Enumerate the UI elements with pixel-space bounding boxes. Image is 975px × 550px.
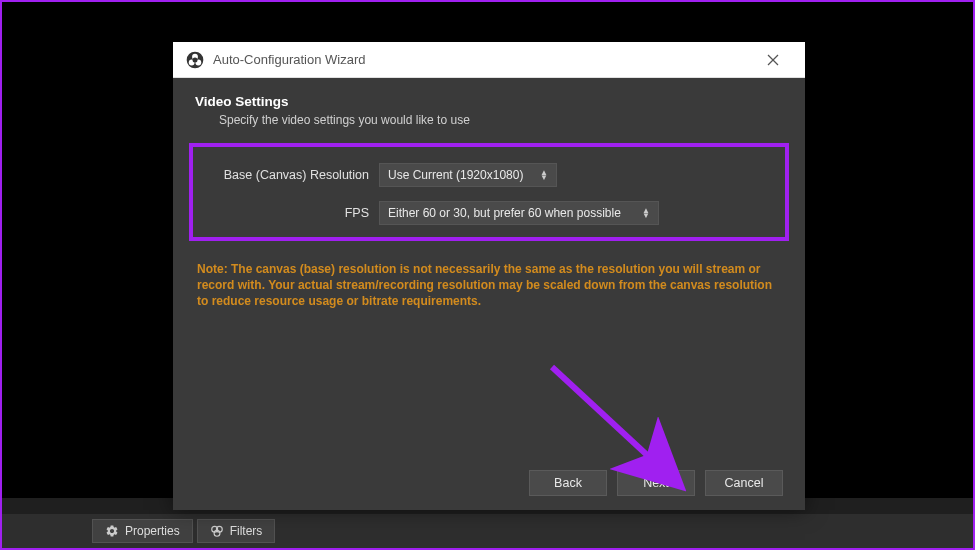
resolution-label: Base (Canvas) Resolution	[211, 168, 369, 182]
cancel-button[interactable]: Cancel	[705, 470, 783, 496]
next-label: Next	[643, 476, 669, 490]
cancel-label: Cancel	[725, 476, 764, 490]
gear-icon	[105, 524, 119, 538]
app-bottom-toolbar: Properties Filters	[2, 514, 973, 548]
properties-label: Properties	[125, 524, 180, 538]
section-heading: Video Settings	[195, 94, 783, 109]
fps-row: FPS Either 60 or 30, but prefer 60 when …	[211, 201, 767, 225]
next-button[interactable]: Next	[617, 470, 695, 496]
fps-value: Either 60 or 30, but prefer 60 when poss…	[388, 206, 621, 220]
close-icon	[767, 54, 779, 66]
resolution-select[interactable]: Use Current (1920x1080) ▲▼	[379, 163, 557, 187]
titlebar: Auto-Configuration Wizard	[173, 42, 805, 78]
close-button[interactable]	[753, 42, 793, 78]
fps-label: FPS	[211, 206, 369, 220]
stepper-icon: ▲▼	[638, 208, 650, 218]
stepper-icon: ▲▼	[536, 170, 548, 180]
filters-button[interactable]: Filters	[197, 519, 276, 543]
resolution-row: Base (Canvas) Resolution Use Current (19…	[211, 163, 767, 187]
wizard-window: Auto-Configuration Wizard Video Settings…	[173, 42, 805, 510]
filters-icon	[210, 524, 224, 538]
back-button[interactable]: Back	[529, 470, 607, 496]
properties-button[interactable]: Properties	[92, 519, 193, 543]
filters-label: Filters	[230, 524, 263, 538]
resolution-note: Note: The canvas (base) resolution is no…	[195, 261, 783, 310]
back-label: Back	[554, 476, 582, 490]
fps-select[interactable]: Either 60 or 30, but prefer 60 when poss…	[379, 201, 659, 225]
app-icon	[185, 50, 205, 70]
section-subheading: Specify the video settings you would lik…	[219, 113, 783, 127]
svg-point-7	[193, 57, 198, 62]
highlighted-settings-frame: Base (Canvas) Resolution Use Current (19…	[189, 143, 789, 241]
dialog-button-row: Back Next Cancel	[195, 458, 783, 496]
resolution-value: Use Current (1920x1080)	[388, 168, 523, 182]
dialog-content: Video Settings Specify the video setting…	[173, 78, 805, 510]
window-title: Auto-Configuration Wizard	[213, 52, 753, 67]
